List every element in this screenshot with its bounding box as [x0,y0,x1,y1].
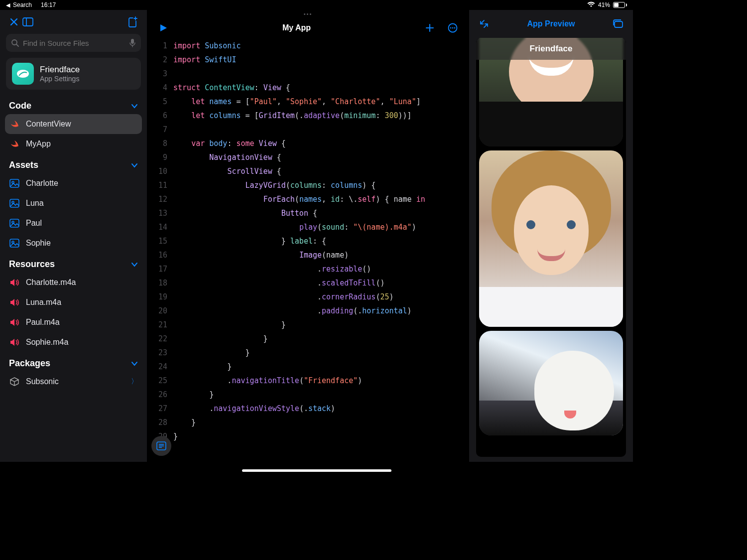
swift-icon [9,139,20,149]
speaker-icon [9,277,20,288]
speaker-icon [9,297,20,308]
section-header-code[interactable]: Code [0,95,147,114]
sidebar-item-contentview[interactable]: ContentView [5,114,142,134]
chevron-down-icon [131,260,138,269]
sidebar-item-label: Charlotte [26,179,58,188]
run-button[interactable] [156,21,170,35]
sidebar-item-luna[interactable]: Luna [0,193,147,213]
svg-rect-8 [10,179,19,187]
new-file-icon[interactable] [126,15,140,29]
status-bar: ◀ Search 16:17 41% [0,0,633,10]
app-name: Friendface [40,65,80,75]
search-icon [11,39,19,47]
app-icon [12,63,34,85]
battery-percent: 41% [598,1,610,8]
sidebar-item-luna-m4a[interactable]: Luna.m4a [0,292,147,312]
svg-rect-0 [23,18,33,26]
status-time: 16:17 [41,1,56,8]
svg-point-19 [454,27,456,29]
sidebar-item-label: MyApp [26,140,51,148]
close-icon[interactable] [7,15,21,29]
svg-rect-24 [615,21,622,27]
sidebar-item-label: ContentView [26,120,71,129]
search-input[interactable] [23,39,125,47]
preview-canvas[interactable]: Friendface [476,38,626,457]
chevron-down-icon [131,161,138,169]
image-icon [9,198,20,209]
microphone-icon[interactable] [129,38,136,47]
home-indicator[interactable] [0,462,633,475]
sidebar-item-paul-m4a[interactable]: Paul.m4a [0,312,147,332]
speaker-icon [9,317,20,328]
chevron-down-icon [131,359,138,368]
preview-windows-icon[interactable] [611,17,625,31]
svg-rect-5 [131,39,134,44]
svg-rect-12 [10,219,19,227]
swift-icon [9,119,20,130]
preview-panel: App Preview Friendface [469,10,633,462]
section-title: Code [9,101,31,111]
sidebar-item-sophie[interactable]: Sophie [0,233,147,253]
sidebar-item-label: Charlotte.m4a [26,278,76,287]
sidebar: Friendface App Settings CodeContentViewM… [0,10,147,462]
more-menu-button[interactable] [446,21,460,35]
sidebar-item-charlotte-m4a[interactable]: Charlotte.m4a [0,273,147,292]
add-button[interactable] [423,21,437,35]
sidebar-item-charlotte[interactable]: Charlotte [0,173,147,193]
sidebar-item-label: Paul.m4a [26,318,60,327]
code-area[interactable]: 1234567891011121314151617181920212223242… [147,38,469,462]
image-icon [9,218,20,229]
svg-rect-14 [10,239,19,247]
sidebar-item-subsonic[interactable]: Subsonic〉 [0,372,147,392]
grab-handle-icon[interactable]: ••• [147,10,469,18]
sidebar-item-label: Luna [26,199,44,208]
sidebar-item-label: Luna.m4a [26,298,61,307]
editor-title: My App [170,23,423,32]
preview-title: App Preview [491,19,611,28]
app-settings-card[interactable]: Friendface App Settings [6,58,141,90]
image-icon [9,178,20,189]
app-subtitle: App Settings [40,75,80,83]
speaker-icon [9,337,20,348]
preview-photo[interactable] [479,150,623,327]
wifi-icon [587,1,595,9]
document-outline-button[interactable] [151,436,171,456]
sidebar-item-label: Sophie [26,239,51,248]
sidebar-toggle-icon[interactable] [21,15,35,29]
sidebar-item-label: Sophie.m4a [26,338,68,347]
sidebar-item-label: Paul [26,219,42,228]
preview-photo[interactable] [479,331,623,435]
package-icon [9,376,20,387]
svg-point-18 [452,27,454,29]
sidebar-item-paul[interactable]: Paul [0,213,147,233]
line-gutter: 1234567891011121314151617181920212223242… [147,39,173,462]
svg-point-6 [17,70,29,78]
editor: ••• My App 12345678910111213141516171819… [147,10,469,462]
sidebar-item-sophie-m4a[interactable]: Sophie.m4a [0,332,147,352]
section-title: Assets [9,160,38,170]
preview-nav-title: Friendface [476,38,626,60]
status-back-label[interactable]: Search [13,1,32,8]
sidebar-item-label: Subsonic [26,377,59,386]
svg-point-17 [450,27,452,29]
sidebar-item-myapp[interactable]: MyApp [0,134,147,154]
code-content[interactable]: import Subsonicimport SwiftUIstruct Cont… [173,39,469,462]
chevron-right-icon: 〉 [131,377,138,386]
section-title: Resources [9,259,55,270]
image-icon [9,238,20,249]
section-header-resources[interactable]: Resources [0,253,147,273]
back-caret-icon[interactable]: ◀ [6,2,10,8]
section-title: Packages [9,358,50,369]
battery-icon [613,2,627,8]
section-header-packages[interactable]: Packages [0,352,147,372]
svg-rect-10 [10,199,19,207]
section-header-assets[interactable]: Assets [0,154,147,173]
svg-line-4 [16,44,18,46]
search-field[interactable] [6,34,141,52]
chevron-down-icon [131,102,138,110]
expand-preview-icon[interactable] [477,17,491,31]
